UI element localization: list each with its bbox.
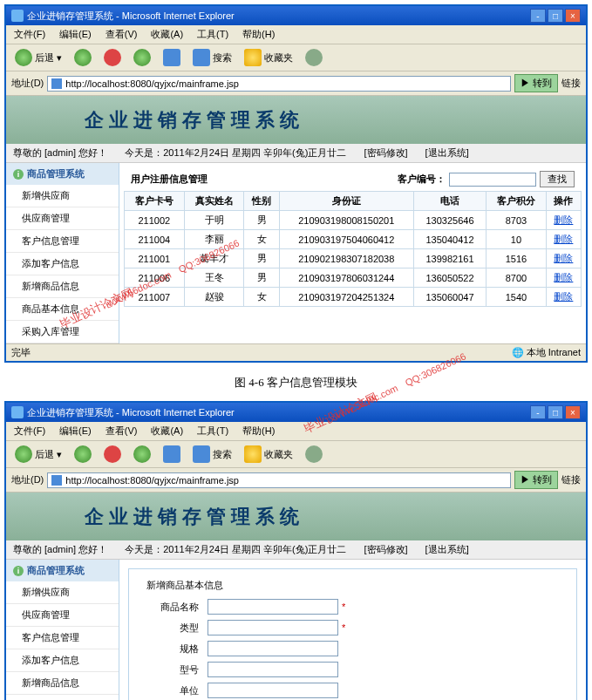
menu-fav[interactable]: 收藏(A) bbox=[148, 424, 186, 438]
maximize-button[interactable]: □ bbox=[548, 9, 563, 23]
titlebar: 企业进销存管理系统 - Microsoft Internet Explorer … bbox=[6, 6, 586, 25]
links-label[interactable]: 链接 bbox=[561, 473, 581, 486]
table-cell: 135040412 bbox=[414, 230, 487, 249]
table-row: 211002于明男2109031980081502011303256468703… bbox=[125, 211, 582, 230]
search-input[interactable] bbox=[449, 173, 536, 187]
table-header: 身份证 bbox=[279, 192, 413, 211]
minimize-button[interactable]: - bbox=[530, 405, 546, 419]
home-button[interactable] bbox=[160, 444, 184, 465]
close-button[interactable]: × bbox=[565, 405, 581, 419]
history-button[interactable] bbox=[302, 47, 326, 68]
address-input[interactable]: http://localhost:8080/qyjxc/mainframe.js… bbox=[47, 76, 511, 92]
change-password-link[interactable]: [密码修改] bbox=[364, 543, 407, 556]
menu-view[interactable]: 查看(V) bbox=[103, 27, 140, 42]
menu-help[interactable]: 帮助(H) bbox=[240, 27, 277, 42]
back-button[interactable]: 后退 ▾ bbox=[11, 47, 65, 68]
sidebar: i商品管理系统 新增供应商供应商管理客户信息管理添加客户信息新增商品信息商品基本… bbox=[6, 560, 119, 700]
table-cell: 210902198307182038 bbox=[279, 249, 413, 268]
table-row: 211001葛丰才男210902198307182038139982161151… bbox=[125, 249, 582, 268]
url-text: http://localhost:8080/qyjxc/mainframe.js… bbox=[65, 475, 239, 486]
form-input[interactable] bbox=[208, 641, 338, 656]
history-button[interactable] bbox=[302, 444, 326, 465]
home-button[interactable] bbox=[160, 47, 184, 68]
change-password-link[interactable]: [密码修改] bbox=[364, 146, 407, 160]
minimize-button[interactable]: - bbox=[530, 9, 546, 23]
window-title: 企业进销存管理系统 - Microsoft Internet Explorer bbox=[27, 10, 235, 23]
go-button[interactable]: ▶ 转到 bbox=[514, 74, 558, 92]
search-button[interactable]: 搜索 bbox=[189, 444, 235, 465]
panel-title: 用户注册信息管理 bbox=[131, 173, 208, 186]
delete-link[interactable]: 删除 bbox=[554, 291, 573, 302]
refresh-button[interactable] bbox=[130, 47, 154, 68]
delete-link[interactable]: 删除 bbox=[554, 234, 573, 244]
form-input[interactable] bbox=[208, 599, 338, 615]
menu-view[interactable]: 查看(V) bbox=[103, 424, 140, 438]
sidebar-item[interactable]: 客户信息管理 bbox=[6, 230, 119, 253]
address-label: 地址(D) bbox=[11, 77, 44, 90]
back-button[interactable]: 后退 ▾ bbox=[11, 444, 65, 465]
sidebar-item[interactable]: 新增供应商 bbox=[6, 185, 119, 207]
menu-edit[interactable]: 编辑(E) bbox=[57, 424, 94, 438]
delete-link[interactable]: 删除 bbox=[554, 214, 573, 225]
favorites-button[interactable]: 收藏夹 bbox=[241, 444, 296, 465]
stop-button[interactable] bbox=[100, 47, 125, 68]
search-button[interactable]: 搜索 bbox=[189, 47, 235, 68]
menu-edit[interactable]: 编辑(E) bbox=[57, 27, 94, 42]
address-input[interactable]: http://localhost:8080/qyjxc/mainframe.js… bbox=[47, 472, 511, 488]
menu-tools[interactable]: 工具(T) bbox=[194, 27, 231, 42]
sidebar-item[interactable]: 供应商管理 bbox=[6, 604, 119, 627]
required-mark: * bbox=[342, 601, 345, 612]
status-done: 完毕 bbox=[11, 346, 31, 359]
form-input[interactable] bbox=[208, 683, 338, 698]
table-cell: 210903197204251324 bbox=[279, 288, 413, 307]
sidebar-item[interactable]: 采购入库管理 bbox=[6, 321, 119, 343]
system-statusbar: 尊敬的 [admin] 您好！ 今天是：2011年2月24日 星期四 辛卯年(兔… bbox=[6, 540, 586, 560]
sidebar-item[interactable]: 新增商品信息 bbox=[6, 275, 119, 298]
ie-window-1: 企业进销存管理系统 - Microsoft Internet Explorer … bbox=[4, 4, 588, 363]
sidebar-item[interactable]: 供应商管理 bbox=[6, 207, 119, 230]
page-icon bbox=[51, 475, 62, 486]
menu-file[interactable]: 文件(F) bbox=[11, 424, 48, 438]
table-cell: 1540 bbox=[487, 288, 547, 307]
table-cell: 王冬 bbox=[184, 268, 244, 288]
table-cell: 8703 bbox=[487, 211, 547, 230]
logout-link[interactable]: [退出系统] bbox=[425, 543, 469, 556]
table-cell: 210903198008150201 bbox=[279, 211, 413, 230]
table-cell: 211001 bbox=[125, 249, 185, 268]
form-input[interactable] bbox=[208, 662, 338, 677]
banner-title: 企业进销存管理系统 bbox=[85, 504, 304, 530]
forward-button[interactable] bbox=[71, 47, 95, 68]
delete-link[interactable]: 删除 bbox=[554, 253, 573, 263]
table-cell: 男 bbox=[244, 249, 279, 268]
favorites-button[interactable]: 收藏夹 bbox=[241, 47, 296, 68]
sidebar-item[interactable]: 添加客户信息 bbox=[6, 253, 119, 275]
table-cell: 10 bbox=[487, 230, 547, 249]
search-label: 客户编号： bbox=[398, 173, 446, 186]
menu-file[interactable]: 文件(F) bbox=[11, 27, 48, 42]
sidebar-item[interactable]: 商品基本信息 bbox=[6, 298, 119, 321]
maximize-button[interactable]: □ bbox=[548, 405, 563, 419]
form-label: 商品名称 bbox=[146, 601, 208, 614]
close-button[interactable]: × bbox=[565, 9, 581, 23]
search-button[interactable]: 查找 bbox=[540, 171, 575, 187]
form-input[interactable] bbox=[208, 620, 338, 635]
refresh-button[interactable] bbox=[130, 444, 154, 465]
stop-button[interactable] bbox=[100, 444, 125, 465]
table-cell: 211004 bbox=[125, 230, 185, 249]
table-header: 客户积分 bbox=[487, 192, 547, 211]
table-row: 211006王冬男2109031978060312441360505228700… bbox=[125, 268, 582, 288]
sidebar-item[interactable]: 添加客户信息 bbox=[6, 649, 119, 672]
forward-button[interactable] bbox=[71, 444, 95, 465]
sidebar-item[interactable]: 客户信息管理 bbox=[6, 627, 119, 649]
menu-fav[interactable]: 收藏(A) bbox=[148, 27, 186, 42]
sidebar-item[interactable]: 新增供应商 bbox=[6, 581, 119, 604]
menu-tools[interactable]: 工具(T) bbox=[194, 424, 231, 438]
go-button[interactable]: ▶ 转到 bbox=[514, 471, 558, 489]
sidebar-item[interactable]: 新增商品信息 bbox=[6, 672, 119, 695]
sidebar-item[interactable]: 商品基本信息 bbox=[6, 695, 119, 700]
menu-help[interactable]: 帮助(H) bbox=[240, 424, 277, 438]
logout-link[interactable]: [退出系统] bbox=[425, 146, 469, 160]
links-label[interactable]: 链接 bbox=[561, 77, 581, 90]
date-text: 2011年2月24日 星期四 辛卯年(兔)正月廿二 bbox=[163, 147, 346, 158]
delete-link[interactable]: 删除 bbox=[554, 272, 573, 282]
